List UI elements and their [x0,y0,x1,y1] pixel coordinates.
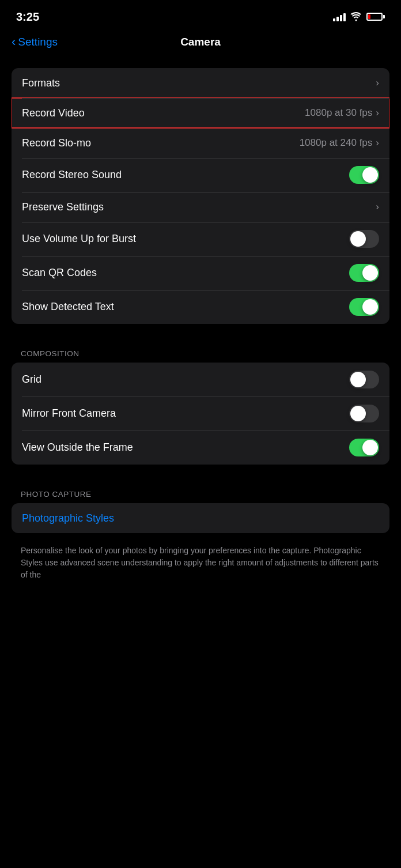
photographic-styles-description: Personalise the look of your photos by b… [0,539,401,592]
preserve-settings-right: › [376,201,379,213]
record-video-right: 1080p at 30 fps › [305,107,379,119]
scan-qr-codes-toggle[interactable] [349,264,379,282]
nav-header: ‹ Settings Camera [0,31,401,56]
toggle-knob [362,440,378,455]
main-settings-group: Formats › Record Video 1080p at 30 fps ›… [12,68,389,324]
grid-label: Grid [22,373,41,386]
toggle-knob [362,167,378,183]
show-detected-text-row[interactable]: Show Detected Text [12,290,389,324]
record-stereo-sound-toggle[interactable] [349,166,379,184]
show-detected-text-label: Show Detected Text [22,301,114,313]
view-outside-frame-label: View Outside the Frame [22,441,133,454]
record-video-value: 1080p at 30 fps [305,107,372,119]
record-stereo-sound-label: Record Stereo Sound [22,169,122,181]
record-slomo-chevron-icon: › [376,137,379,149]
view-outside-frame-toggle[interactable] [349,439,379,456]
wifi-icon [350,12,362,21]
grid-row[interactable]: Grid [12,363,389,397]
composition-section-label: COMPOSITION [0,341,401,363]
mirror-front-camera-toggle[interactable] [349,405,379,422]
composition-group: Grid Mirror Front Camera View Outside th… [12,363,389,465]
photographic-styles-row[interactable]: Photographic Styles [12,503,389,533]
toggle-knob [350,372,366,387]
scan-qr-codes-row[interactable]: Scan QR Codes [12,256,389,290]
status-time: 3:25 [16,10,39,24]
photo-capture-group: Photographic Styles [12,503,389,533]
record-slomo-right: 1080p at 240 fps › [300,137,379,149]
record-slomo-label: Record Slo-mo [22,137,91,149]
use-volume-up-toggle[interactable] [349,230,379,248]
photographic-styles-label: Photographic Styles [22,512,114,524]
preserve-settings-chevron-icon: › [376,201,379,213]
back-chevron-icon: ‹ [12,36,16,48]
battery-icon [366,13,385,21]
status-icons [333,12,385,21]
signal-icon [333,12,346,21]
formats-row[interactable]: Formats › [12,68,389,98]
back-label: Settings [18,36,58,48]
mirror-front-camera-row[interactable]: Mirror Front Camera [12,397,389,431]
grid-toggle[interactable] [349,371,379,388]
preserve-settings-row[interactable]: Preserve Settings › [12,192,389,222]
toggle-knob [350,231,366,247]
photo-capture-section-label: PHOTO CAPTURE [0,482,401,503]
scan-qr-codes-label: Scan QR Codes [22,267,97,279]
toggle-knob [362,299,378,315]
record-video-chevron-icon: › [376,107,379,119]
record-video-row[interactable]: Record Video 1080p at 30 fps › [12,98,389,128]
toggle-knob [350,406,366,421]
page-title: Camera [180,36,221,48]
use-volume-up-label: Use Volume Up for Burst [22,233,136,245]
show-detected-text-toggle[interactable] [349,298,379,316]
formats-chevron-icon: › [376,77,379,89]
status-bar: 3:25 [0,0,401,31]
view-outside-frame-row[interactable]: View Outside the Frame [12,431,389,465]
formats-label: Formats [22,77,60,89]
record-video-label: Record Video [22,107,85,119]
toggle-knob [362,265,378,281]
record-stereo-sound-row[interactable]: Record Stereo Sound [12,158,389,192]
mirror-front-camera-label: Mirror Front Camera [22,407,116,420]
record-slomo-value: 1080p at 240 fps [300,137,373,149]
record-slomo-row[interactable]: Record Slo-mo 1080p at 240 fps › [12,128,389,158]
back-button[interactable]: ‹ Settings [12,36,58,48]
formats-right: › [376,77,379,89]
use-volume-up-row[interactable]: Use Volume Up for Burst [12,222,389,256]
preserve-settings-label: Preserve Settings [22,201,104,213]
